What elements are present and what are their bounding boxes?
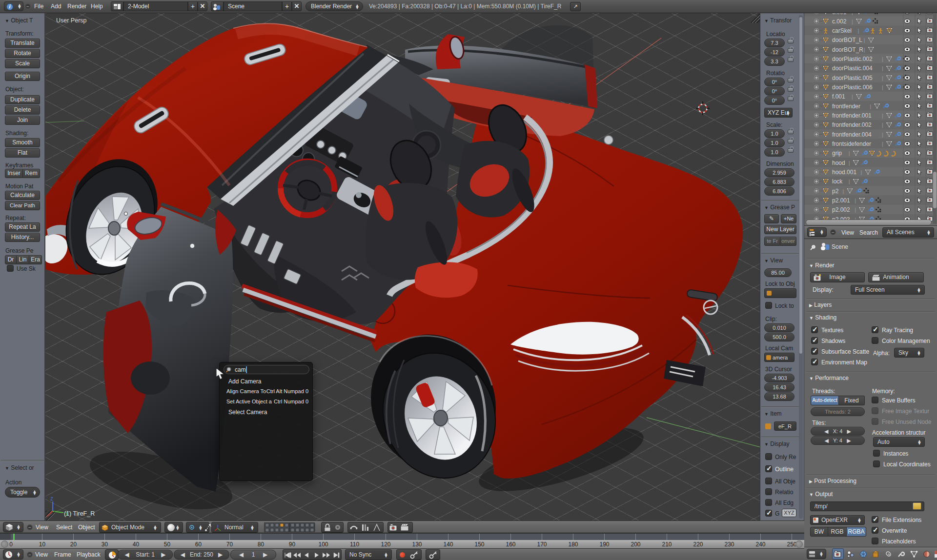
svg-text:hood.001: hood.001	[832, 169, 856, 176]
svg-text:frontfender: frontfender	[832, 103, 860, 110]
svg-text:doorBOT_R: doorBOT_R	[832, 46, 863, 53]
svg-text:p2: p2	[832, 188, 839, 195]
svg-text:c.002: c.002	[832, 18, 847, 25]
svg-text:|: |	[882, 65, 883, 71]
svg-text:|: |	[855, 198, 856, 203]
svg-text:150: 150	[474, 541, 484, 548]
svg-text:|: |	[852, 13, 853, 15]
svg-text:20: 20	[70, 541, 77, 548]
svg-text:60: 60	[195, 541, 202, 548]
svg-text:80: 80	[258, 541, 265, 548]
svg-text:grip: grip	[832, 150, 842, 157]
svg-text:|: |	[855, 207, 856, 213]
svg-text:40: 40	[133, 541, 140, 548]
svg-text:|: |	[882, 113, 883, 119]
svg-text:|: |	[870, 103, 871, 109]
svg-text:240: 240	[755, 541, 765, 548]
svg-text:70: 70	[226, 541, 233, 548]
svg-text:frontfender.004: frontfender.004	[832, 131, 872, 138]
svg-text:f.001: f.001	[832, 93, 845, 100]
svg-text:hood: hood	[832, 160, 845, 166]
svg-text:|: |	[852, 94, 853, 100]
svg-text:50: 50	[164, 541, 171, 548]
svg-text:|: |	[852, 19, 853, 24]
svg-text:|: |	[849, 150, 850, 156]
svg-text:210: 210	[662, 541, 672, 548]
svg-text:p2.002: p2.002	[832, 206, 850, 213]
svg-text:90: 90	[289, 541, 296, 548]
svg-text:170: 170	[537, 541, 547, 548]
svg-text:carSkel: carSkel	[832, 27, 852, 34]
svg-text:|: |	[882, 122, 883, 128]
svg-text:140: 140	[443, 541, 453, 548]
svg-text:200: 200	[631, 541, 640, 548]
svg-text:User Persp: User Persp	[56, 17, 87, 24]
svg-text:|: |	[842, 188, 844, 194]
svg-text:|: |	[857, 28, 859, 34]
svg-text:doorPlastic.005: doorPlastic.005	[832, 75, 873, 81]
svg-text:10: 10	[39, 541, 46, 548]
svg-text:p2.001: p2.001	[832, 197, 850, 204]
svg-text:z: z	[50, 495, 53, 502]
svg-text:frontsidefender: frontsidefender	[832, 140, 871, 147]
svg-text:|: |	[861, 169, 862, 175]
svg-text:doorPlastic.002: doorPlastic.002	[832, 56, 873, 62]
svg-text:frontfender.002: frontfender.002	[832, 121, 872, 128]
svg-text:|: |	[849, 179, 850, 184]
svg-text:|: |	[882, 84, 883, 90]
svg-text:|: |	[864, 47, 865, 53]
svg-text:220: 220	[693, 541, 703, 548]
svg-text:doorPlastic.004: doorPlastic.004	[832, 65, 873, 72]
svg-text:frontfender.001: frontfender.001	[832, 112, 872, 119]
svg-text:|: |	[882, 56, 883, 62]
svg-text:|: |	[864, 37, 865, 43]
svg-text:doorPlastic.006: doorPlastic.006	[832, 84, 873, 91]
svg-text:130: 130	[412, 541, 422, 548]
svg-text:lock: lock	[832, 178, 843, 185]
svg-text:|: |	[882, 75, 883, 81]
svg-text:100: 100	[318, 541, 328, 548]
svg-text:190: 190	[599, 541, 609, 548]
svg-text:|: |	[849, 160, 850, 166]
svg-text:|: |	[882, 141, 883, 147]
svg-text:c.001: c.001	[832, 13, 847, 16]
svg-text:180: 180	[568, 541, 578, 548]
svg-text:|: |	[882, 132, 883, 138]
svg-text:doorBOT_L: doorBOT_L	[832, 37, 862, 43]
svg-text:120: 120	[381, 541, 390, 548]
svg-text:160: 160	[506, 541, 515, 548]
svg-text:110: 110	[350, 541, 359, 548]
svg-text:30: 30	[102, 541, 108, 548]
svg-text:(1) TireF_R: (1) TireF_R	[64, 510, 95, 517]
svg-text:230: 230	[724, 541, 734, 548]
svg-text:0: 0	[9, 541, 13, 548]
